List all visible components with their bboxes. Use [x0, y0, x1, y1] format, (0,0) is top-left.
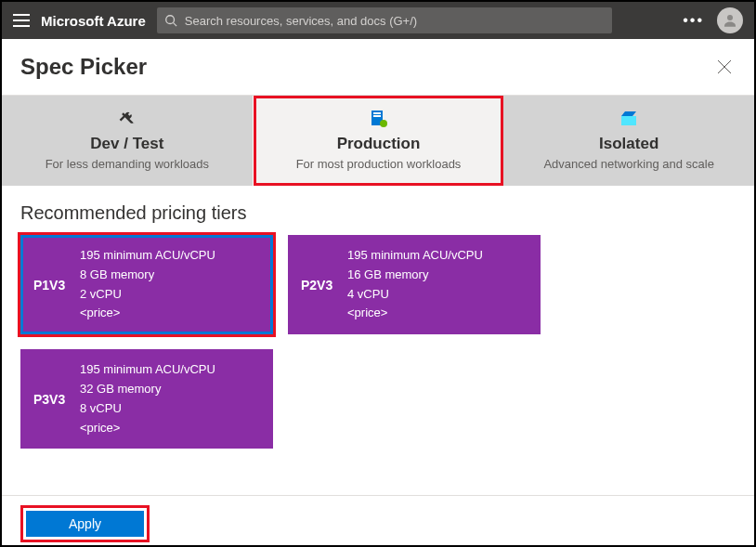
portal-topbar: Microsoft Azure ••• — [2, 2, 754, 39]
global-search[interactable] — [157, 7, 612, 33]
svg-rect-9 — [621, 116, 636, 125]
avatar[interactable] — [717, 7, 743, 33]
svg-marker-10 — [621, 111, 636, 116]
tools-icon — [118, 109, 137, 129]
tab-name: Production — [337, 135, 421, 153]
svg-point-8 — [380, 120, 387, 127]
server-icon — [371, 109, 387, 129]
more-actions-icon[interactable]: ••• — [683, 12, 704, 29]
tab-name: Dev / Test — [90, 135, 163, 153]
menu-icon[interactable] — [13, 14, 30, 27]
tier-specs: 195 minimum ACU/vCPU 32 GB memory 8 vCPU… — [80, 360, 215, 437]
close-button[interactable] — [713, 56, 736, 78]
tier-acu: 195 minimum ACU/vCPU — [347, 246, 483, 266]
brand-label: Microsoft Azure — [41, 13, 146, 29]
apply-button[interactable]: Apply — [26, 511, 144, 537]
tier-name: P3V3 — [33, 360, 80, 437]
close-icon — [717, 59, 732, 74]
blade-footer: Apply — [2, 495, 754, 545]
tier-price: <price> — [80, 419, 215, 438]
section-title: Recommended pricing tiers — [20, 202, 736, 224]
blade-content: Dev / Test For less demanding workloads … — [2, 95, 754, 545]
svg-line-1 — [173, 23, 176, 27]
tier-card-p2v3[interactable]: P2V3 195 minimum ACU/vCPU 16 GB memory 4… — [288, 235, 541, 334]
svg-point-2 — [727, 15, 733, 20]
user-icon — [722, 12, 738, 29]
workload-tabs: Dev / Test For less demanding workloads … — [2, 95, 754, 186]
tier-mem: 16 GB memory — [347, 266, 483, 285]
tier-name: P2V3 — [301, 246, 347, 323]
apply-highlight: Apply — [20, 505, 150, 542]
tier-specs: 195 minimum ACU/vCPU 8 GB memory 2 vCPU … — [80, 246, 215, 323]
cube-icon — [620, 109, 637, 129]
tab-desc: For less demanding workloads — [46, 157, 209, 171]
search-input[interactable] — [185, 14, 605, 28]
tab-isolated[interactable]: Isolated Advanced networking and scale — [503, 96, 754, 186]
tab-desc: For most production workloads — [296, 157, 462, 171]
tab-name: Isolated — [599, 135, 658, 153]
tier-mem: 32 GB memory — [80, 380, 215, 399]
tab-production[interactable]: Production For most production workloads — [254, 96, 504, 186]
tier-acu: 195 minimum ACU/vCPU — [80, 360, 215, 380]
page-title: Spec Picker — [20, 54, 147, 80]
tab-desc: Advanced networking and scale — [543, 157, 714, 171]
tier-specs: 195 minimum ACU/vCPU 16 GB memory 4 vCPU… — [347, 246, 483, 323]
tier-vcpu: 2 vCPU — [80, 285, 215, 305]
blade-header: Spec Picker — [2, 39, 754, 95]
tier-grid: P1V3 195 minimum ACU/vCPU 8 GB memory 2 … — [20, 235, 736, 449]
recommended-section: Recommended pricing tiers P1V3 195 minim… — [2, 186, 754, 449]
search-icon — [164, 14, 177, 27]
tier-card-p1v3[interactable]: P1V3 195 minimum ACU/vCPU 8 GB memory 2 … — [20, 235, 273, 334]
tier-mem: 8 GB memory — [80, 266, 215, 285]
tier-vcpu: 4 vCPU — [347, 285, 483, 305]
tier-price: <price> — [80, 304, 215, 323]
tier-vcpu: 8 vCPU — [80, 399, 215, 419]
svg-rect-7 — [373, 115, 381, 117]
tab-dev-test[interactable]: Dev / Test For less demanding workloads — [2, 96, 254, 186]
svg-point-0 — [166, 16, 175, 24]
tier-card-p3v3[interactable]: P3V3 195 minimum ACU/vCPU 32 GB memory 8… — [20, 349, 273, 449]
tier-name: P1V3 — [33, 246, 80, 323]
svg-rect-6 — [373, 112, 381, 114]
tier-acu: 195 minimum ACU/vCPU — [80, 246, 215, 266]
tier-price: <price> — [347, 304, 483, 323]
